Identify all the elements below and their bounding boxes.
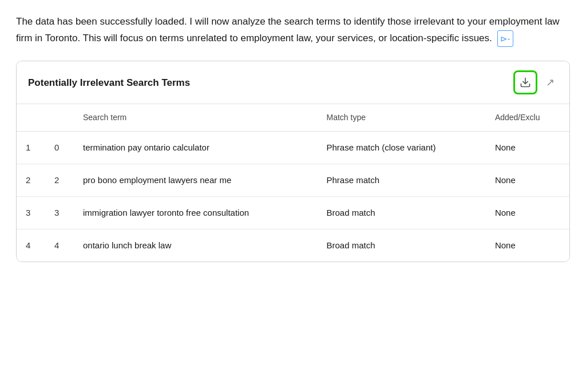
cursor-icon: ⊳- [497,30,513,47]
table-row: 44ontario lunch break lawBroad matchNone [17,229,569,262]
search-term-cell: immigration lawyer toronto free consulta… [74,196,317,229]
table-title: Potentially Irrelevant Search Terms [28,75,190,90]
download-icon [520,77,531,88]
row-number: 2 [17,164,45,196]
expand-button[interactable]: ↗ [542,74,558,90]
search-term-cell: ontario lunch break law [74,229,317,262]
added-excluded-cell: None [486,164,569,196]
table-row: 22pro bono employment lawyers near mePhr… [17,164,569,196]
row-index: 3 [45,196,74,229]
table-row: 33immigration lawyer toronto free consul… [17,196,569,229]
added-excluded-cell: None [486,229,569,262]
table-body: 10termination pay ontario calculatorPhra… [17,131,569,262]
col-header-search-term: Search term [74,104,317,131]
row-number: 4 [17,229,45,262]
match-type-cell: Broad match [317,196,485,229]
col-header-match-type: Match type [317,104,485,131]
col-header-num [17,104,45,131]
expand-icon: ↗ [546,76,555,89]
search-term-cell: pro bono employment lawyers near me [74,164,317,196]
search-term-cell: termination pay ontario calculator [74,131,317,164]
col-header-added: Added/Exclu [486,104,569,131]
row-index: 2 [45,164,74,196]
row-number: 3 [17,196,45,229]
column-header-row: Search term Match type Added/Exclu [17,104,569,131]
intro-text: The data has been successfully loaded. I… [16,16,560,43]
results-table: Search term Match type Added/Exclu 10ter… [17,104,569,261]
results-table-container: Potentially Irrelevant Search Terms ↗ Se… [16,61,570,262]
intro-paragraph: The data has been successfully loaded. I… [16,14,570,47]
table-row: 10termination pay ontario calculatorPhra… [17,131,569,164]
table-header-row: Potentially Irrelevant Search Terms ↗ [17,61,569,104]
download-button[interactable] [513,70,537,94]
added-excluded-cell: None [486,131,569,164]
row-number: 1 [17,131,45,164]
match-type-cell: Phrase match [317,164,485,196]
match-type-cell: Broad match [317,229,485,262]
added-excluded-cell: None [486,196,569,229]
row-index: 0 [45,131,74,164]
match-type-cell: Phrase match (close variant) [317,131,485,164]
row-index: 4 [45,229,74,262]
table-actions: ↗ [513,70,558,94]
table-head: Search term Match type Added/Exclu [17,104,569,131]
col-header-index [45,104,74,131]
